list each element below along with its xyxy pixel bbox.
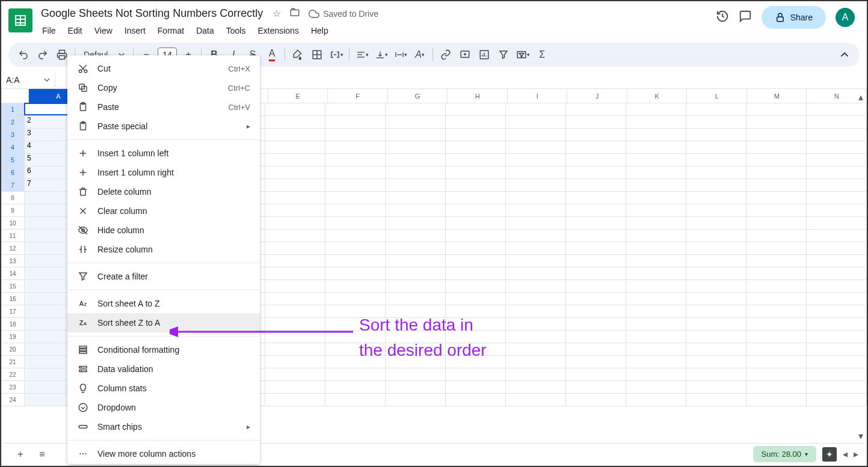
row-header-21[interactable]: 21 [1, 356, 25, 368]
cell-K14[interactable] [626, 267, 686, 280]
cell-I24[interactable] [506, 394, 566, 406]
cell-I20[interactable] [506, 343, 566, 356]
cell-L4[interactable] [686, 141, 746, 154]
cell-K8[interactable] [626, 192, 686, 204]
link-icon[interactable] [437, 46, 455, 64]
cell-K12[interactable] [626, 242, 686, 255]
cell-I2[interactable] [506, 116, 566, 129]
cell-G9[interactable] [386, 204, 446, 217]
cell-H22[interactable] [446, 368, 506, 381]
row-header-7[interactable]: 7 [1, 179, 25, 192]
text-color-icon[interactable]: A [263, 46, 281, 64]
cell-I15[interactable] [506, 280, 566, 293]
cell-M24[interactable] [746, 394, 807, 406]
cell-H17[interactable] [446, 305, 506, 318]
col-header-e[interactable]: E [268, 89, 328, 103]
cell-L21[interactable] [686, 356, 746, 368]
cell-J1[interactable] [566, 103, 626, 116]
cell-M10[interactable] [746, 217, 807, 230]
cell-K20[interactable] [626, 343, 686, 356]
cell-L13[interactable] [686, 255, 746, 267]
cell-F10[interactable] [325, 217, 386, 230]
cell-E5[interactable] [265, 154, 325, 166]
all-sheets-icon[interactable]: ≡ [31, 444, 53, 465]
cell-L6[interactable] [686, 166, 746, 179]
cell-F23[interactable] [325, 381, 386, 394]
cell-J19[interactable] [566, 331, 626, 343]
cell-H6[interactable] [446, 166, 506, 179]
cell-I9[interactable] [506, 204, 566, 217]
comments-icon[interactable] [739, 10, 752, 25]
cell-E14[interactable] [265, 267, 325, 280]
cell-J3[interactable] [566, 129, 626, 141]
vertical-scrollbar[interactable]: ▴▾ [856, 91, 866, 442]
cell-L11[interactable] [686, 230, 746, 242]
cell-I14[interactable] [506, 267, 566, 280]
cell-M11[interactable] [746, 230, 807, 242]
cell-I1[interactable] [506, 103, 566, 116]
cell-G4[interactable] [386, 141, 446, 154]
menu-item-view-more-column-actions[interactable]: View more column actions [67, 444, 260, 463]
cell-E6[interactable] [265, 166, 325, 179]
menu-item-copy[interactable]: CopyCtrl+C [67, 78, 260, 97]
functions-icon[interactable]: Σ [533, 46, 551, 64]
toolbar-collapse-icon[interactable] [836, 46, 854, 64]
menu-tools[interactable]: Tools [221, 23, 251, 38]
valign-icon[interactable]: ▾ [372, 46, 390, 64]
cell-F3[interactable] [325, 129, 386, 141]
cell-H5[interactable] [446, 154, 506, 166]
row-header-18[interactable]: 18 [1, 318, 25, 331]
cell-G7[interactable] [386, 179, 446, 192]
cell-K19[interactable] [626, 331, 686, 343]
cell-K6[interactable] [626, 166, 686, 179]
cell-H21[interactable] [446, 356, 506, 368]
cell-G18[interactable] [386, 318, 446, 331]
cell-K16[interactable] [626, 293, 686, 305]
cell-G22[interactable] [386, 368, 446, 381]
cell-I12[interactable] [506, 242, 566, 255]
menu-item-delete-column[interactable]: Delete column [67, 182, 260, 201]
cell-J18[interactable] [566, 318, 626, 331]
doc-title[interactable]: Google Sheets Not Sorting Numbers Correc… [37, 6, 266, 21]
cell-M16[interactable] [746, 293, 807, 305]
cell-J23[interactable] [566, 381, 626, 394]
cell-G2[interactable] [386, 116, 446, 129]
cell-K18[interactable] [626, 318, 686, 331]
cell-K24[interactable] [626, 394, 686, 406]
scroll-left-icon[interactable]: ◂ [843, 448, 848, 460]
cell-H1[interactable] [446, 103, 506, 116]
cell-E18[interactable] [265, 318, 325, 331]
cell-H20[interactable] [446, 343, 506, 356]
cell-J4[interactable] [566, 141, 626, 154]
cell-H10[interactable] [446, 217, 506, 230]
cell-I5[interactable] [506, 154, 566, 166]
history-icon[interactable] [716, 10, 729, 25]
cell-J12[interactable] [566, 242, 626, 255]
cell-K15[interactable] [626, 280, 686, 293]
menu-help[interactable]: Help [306, 23, 333, 38]
cell-L17[interactable] [686, 305, 746, 318]
cell-L18[interactable] [686, 318, 746, 331]
menu-item-smart-chips[interactable]: Smart chips▸ [67, 417, 260, 436]
col-header-j[interactable]: J [567, 89, 627, 103]
col-header-h[interactable]: H [448, 89, 508, 103]
cell-L15[interactable] [686, 280, 746, 293]
cell-L9[interactable] [686, 204, 746, 217]
cell-H7[interactable] [446, 179, 506, 192]
namebox[interactable]: A:A [1, 73, 55, 87]
cell-M9[interactable] [746, 204, 807, 217]
row-header-10[interactable]: 10 [1, 217, 25, 230]
menu-item-dropdown[interactable]: Dropdown [67, 398, 260, 417]
menu-item-column-stats[interactable]: Column stats [67, 379, 260, 398]
cell-I3[interactable] [506, 129, 566, 141]
cell-I8[interactable] [506, 192, 566, 204]
row-header-8[interactable]: 8 [1, 192, 25, 204]
borders-icon[interactable] [308, 46, 326, 64]
menu-data[interactable]: Data [191, 23, 219, 38]
row-header-23[interactable]: 23 [1, 381, 25, 394]
cell-J6[interactable] [566, 166, 626, 179]
undo-icon[interactable] [14, 46, 32, 64]
cell-L5[interactable] [686, 154, 746, 166]
cell-I6[interactable] [506, 166, 566, 179]
cell-E1[interactable] [265, 103, 325, 116]
